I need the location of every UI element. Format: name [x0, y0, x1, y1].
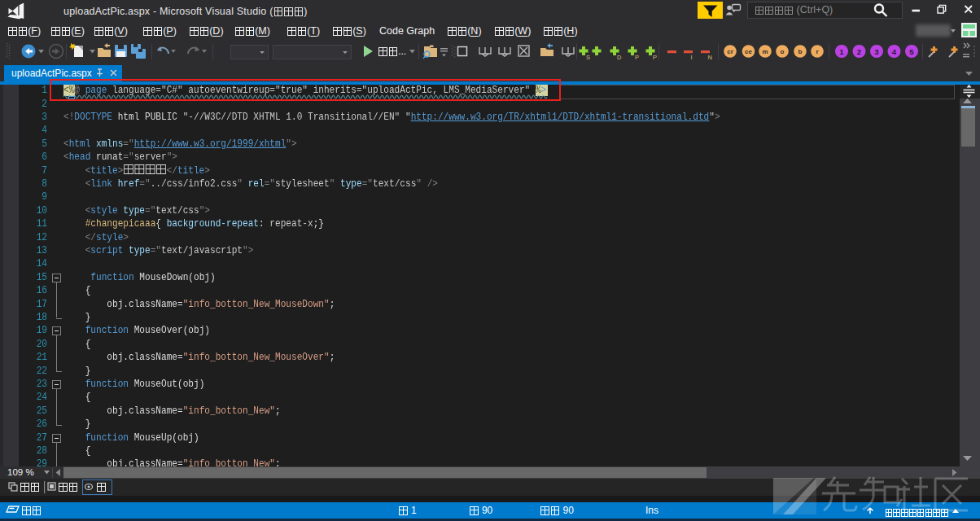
svg-text:N: N [708, 54, 712, 61]
svg-text:S: S [586, 54, 590, 61]
svg-text:D: D [617, 54, 622, 61]
svg-text:P: P [635, 54, 639, 61]
svg-text:b: b [798, 48, 803, 55]
svg-text:r: r [816, 48, 818, 55]
svg-text:m: m [762, 48, 768, 55]
svg-text:5: 5 [909, 47, 914, 56]
svg-text:4: 4 [892, 47, 897, 56]
svg-text:I: I [691, 54, 693, 61]
svg-text:P: P [653, 54, 657, 61]
svg-text:1: 1 [839, 47, 844, 56]
svg-text:ce: ce [745, 48, 752, 55]
svg-text:o: o [781, 48, 785, 55]
svg-text:3: 3 [874, 47, 878, 56]
svg-text:cr: cr [727, 48, 733, 55]
svg-text:2: 2 [857, 47, 861, 56]
